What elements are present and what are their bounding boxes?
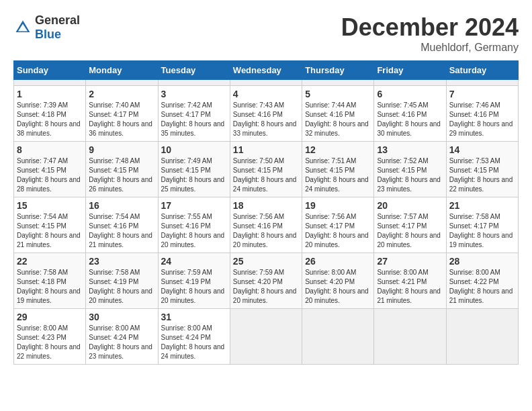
day-info: Sunrise: 7:52 AM Sunset: 4:15 PM Dayligh… [377,156,443,194]
day-number: 31 [161,312,227,322]
day-number: 9 [89,144,154,155]
day-cell: 16Sunrise: 7:54 AM Sunset: 4:16 PM Dayli… [86,197,158,253]
day-info: Sunrise: 8:00 AM Sunset: 4:21 PM Dayligh… [377,268,443,306]
day-info: Sunrise: 8:00 AM Sunset: 4:24 PM Dayligh… [89,324,154,361]
day-number: 13 [377,144,443,155]
day-info: Sunrise: 7:58 AM Sunset: 4:18 PM Dayligh… [17,268,83,306]
day-cell: 18Sunrise: 7:56 AM Sunset: 4:16 PM Dayli… [230,197,302,253]
col-header-tuesday: Tuesday [158,61,230,80]
day-number: 27 [377,256,443,267]
day-cell: 3Sunrise: 7:42 AM Sunset: 4:17 PM Daylig… [158,86,230,142]
day-number: 24 [161,256,227,267]
day-info: Sunrise: 7:58 AM Sunset: 4:19 PM Dayligh… [89,268,154,306]
logo-icon [13,18,32,37]
day-info: Sunrise: 7:42 AM Sunset: 4:17 PM Dayligh… [161,101,227,138]
day-cell [446,309,518,365]
day-number: 2 [89,89,154,99]
day-cell: 15Sunrise: 7:54 AM Sunset: 4:15 PM Dayli… [14,197,86,253]
day-number: 25 [233,256,299,267]
day-number: 5 [305,89,371,99]
day-info: Sunrise: 7:54 AM Sunset: 4:16 PM Dayligh… [89,212,154,250]
day-cell: 25Sunrise: 7:59 AM Sunset: 4:20 PM Dayli… [230,253,302,309]
day-info: Sunrise: 7:40 AM Sunset: 4:17 PM Dayligh… [89,101,154,138]
day-info: Sunrise: 7:43 AM Sunset: 4:16 PM Dayligh… [233,101,299,138]
day-number: 4 [233,89,299,99]
day-info: Sunrise: 7:48 AM Sunset: 4:15 PM Dayligh… [89,156,154,194]
day-info: Sunrise: 7:45 AM Sunset: 4:16 PM Dayligh… [377,101,443,138]
day-number: 18 [233,200,299,211]
day-number: 8 [17,144,83,155]
day-cell: 1Sunrise: 7:39 AM Sunset: 4:18 PM Daylig… [14,86,86,142]
calendar-body: 1Sunrise: 7:39 AM Sunset: 4:18 PM Daylig… [14,80,519,365]
day-cell: 4Sunrise: 7:43 AM Sunset: 4:16 PM Daylig… [230,86,302,142]
day-cell: 21Sunrise: 7:58 AM Sunset: 4:17 PM Dayli… [446,197,518,253]
day-info: Sunrise: 7:55 AM Sunset: 4:16 PM Dayligh… [161,212,227,250]
page-header: General Blue December 2024 Muehldorf, Ge… [13,13,519,54]
col-header-monday: Monday [86,61,158,80]
week-row-3: 15Sunrise: 7:54 AM Sunset: 4:15 PM Dayli… [14,197,519,253]
day-cell: 19Sunrise: 7:56 AM Sunset: 4:17 PM Dayli… [302,197,374,253]
day-number: 16 [89,200,154,211]
day-cell: 11Sunrise: 7:50 AM Sunset: 4:15 PM Dayli… [230,142,302,197]
day-cell: 14Sunrise: 7:53 AM Sunset: 4:15 PM Dayli… [446,142,518,197]
logo-blue: Blue [35,28,61,41]
day-number: 3 [161,89,227,99]
logo-general: General [35,13,80,27]
col-header-thursday: Thursday [302,61,374,80]
month-title: December 2024 [341,13,519,42]
day-info: Sunrise: 7:54 AM Sunset: 4:15 PM Dayligh… [17,212,83,250]
day-info: Sunrise: 7:56 AM Sunset: 4:16 PM Dayligh… [233,212,299,250]
header-row: SundayMondayTuesdayWednesdayThursdayFrid… [14,61,519,80]
day-cell: 31Sunrise: 8:00 AM Sunset: 4:24 PM Dayli… [158,309,230,365]
day-number: 30 [89,312,154,322]
day-cell: 8Sunrise: 7:47 AM Sunset: 4:15 PM Daylig… [14,142,86,197]
day-number: 10 [161,144,227,155]
week-row-1: 1Sunrise: 7:39 AM Sunset: 4:18 PM Daylig… [14,86,519,142]
day-number: 6 [377,89,443,99]
col-header-sunday: Sunday [14,61,86,80]
logo: General Blue [13,13,80,42]
day-info: Sunrise: 7:57 AM Sunset: 4:17 PM Dayligh… [377,212,443,250]
day-info: Sunrise: 7:56 AM Sunset: 4:17 PM Dayligh… [305,212,371,250]
day-cell: 28Sunrise: 8:00 AM Sunset: 4:22 PM Dayli… [446,253,518,309]
day-cell: 22Sunrise: 7:58 AM Sunset: 4:18 PM Dayli… [14,253,86,309]
day-info: Sunrise: 8:00 AM Sunset: 4:23 PM Dayligh… [17,324,83,361]
day-cell: 5Sunrise: 7:44 AM Sunset: 4:16 PM Daylig… [302,86,374,142]
day-number: 15 [17,200,83,211]
day-number: 28 [449,256,515,267]
day-cell: 26Sunrise: 8:00 AM Sunset: 4:20 PM Dayli… [302,253,374,309]
day-number: 11 [233,144,299,155]
day-info: Sunrise: 7:49 AM Sunset: 4:15 PM Dayligh… [161,156,227,194]
col-header-wednesday: Wednesday [230,61,302,80]
day-cell [158,80,230,86]
day-cell: 17Sunrise: 7:55 AM Sunset: 4:16 PM Dayli… [158,197,230,253]
calendar-header: SundayMondayTuesdayWednesdayThursdayFrid… [14,61,519,80]
day-cell [14,80,86,86]
day-number: 14 [449,144,515,155]
day-number: 19 [305,200,371,211]
day-cell: 6Sunrise: 7:45 AM Sunset: 4:16 PM Daylig… [374,86,446,142]
day-number: 23 [89,256,154,267]
day-number: 29 [17,312,83,322]
day-cell: 24Sunrise: 7:59 AM Sunset: 4:19 PM Dayli… [158,253,230,309]
day-cell [374,80,446,86]
col-header-saturday: Saturday [446,61,518,80]
location: Muehldorf, Germany [341,42,519,54]
day-cell: 27Sunrise: 8:00 AM Sunset: 4:21 PM Dayli… [374,253,446,309]
day-info: Sunrise: 8:00 AM Sunset: 4:20 PM Dayligh… [305,268,371,306]
day-cell [230,80,302,86]
day-number: 26 [305,256,371,267]
week-row-2: 8Sunrise: 7:47 AM Sunset: 4:15 PM Daylig… [14,142,519,197]
day-number: 7 [449,89,515,99]
day-cell [446,80,518,86]
title-block: December 2024 Muehldorf, Germany [341,13,519,54]
day-number: 17 [161,200,227,211]
day-number: 12 [305,144,371,155]
day-cell: 12Sunrise: 7:51 AM Sunset: 4:15 PM Dayli… [302,142,374,197]
week-row-5: 29Sunrise: 8:00 AM Sunset: 4:23 PM Dayli… [14,309,519,365]
day-cell: 29Sunrise: 8:00 AM Sunset: 4:23 PM Dayli… [14,309,86,365]
day-info: Sunrise: 7:59 AM Sunset: 4:19 PM Dayligh… [161,268,227,306]
day-info: Sunrise: 7:39 AM Sunset: 4:18 PM Dayligh… [17,101,83,138]
day-number: 21 [449,200,515,211]
day-cell [374,309,446,365]
